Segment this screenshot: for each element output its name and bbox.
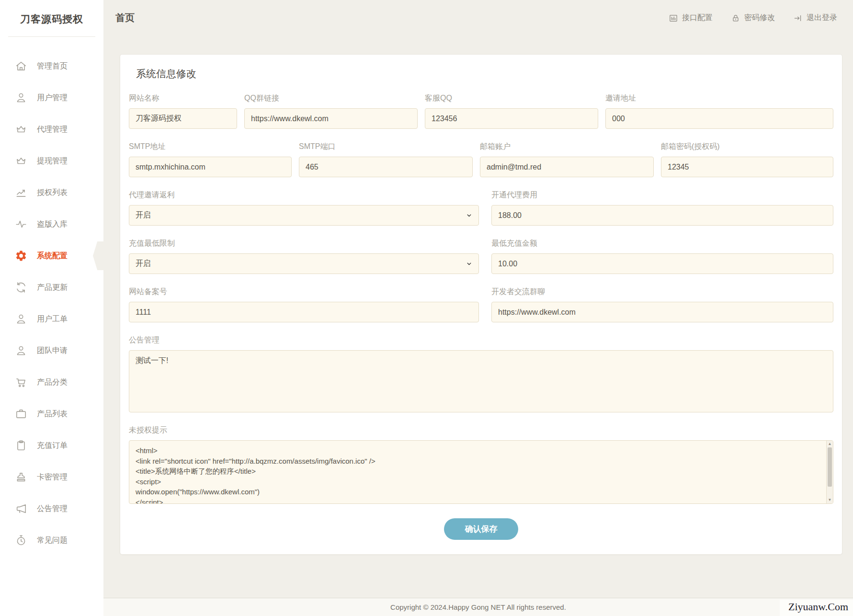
card-title: 系统信息修改 — [136, 67, 833, 80]
qq-group-link-input[interactable] — [244, 108, 418, 129]
site-icp-input[interactable] — [129, 302, 479, 322]
field-email-account: 邮箱账户 — [480, 142, 654, 177]
recharge-min-limit-select[interactable]: 开启 — [129, 253, 479, 274]
textarea-scrollbar[interactable]: ▲ ▼ — [826, 441, 833, 503]
field-min-recharge-amount: 最低充值金额 — [491, 239, 833, 274]
sidebar-item-label: 授权列表 — [37, 188, 68, 198]
field-agent-invite-rebate: 代理邀请返利 开启 — [129, 190, 479, 226]
sidebar-item-label: 提现管理 — [37, 156, 68, 166]
megaphone-icon — [15, 502, 27, 515]
cart-icon — [15, 376, 27, 388]
min-recharge-amount-input[interactable] — [491, 253, 833, 274]
developer-group-input[interactable] — [491, 302, 833, 322]
email-account-input[interactable] — [480, 157, 654, 177]
scroll-down-arrow[interactable]: ▼ — [827, 497, 833, 503]
min-recharge-amount-label: 最低充值金额 — [491, 239, 833, 249]
form-row-unauthorized: 未授权提示 <html> <link rel="shortcut icon" h… — [129, 425, 833, 504]
sidebar-item-product-category[interactable]: 产品分类 — [0, 366, 103, 398]
chart-box-icon — [669, 13, 678, 23]
chevron-down-icon — [466, 212, 472, 218]
form-row-1: 网站名称 QQ群链接 客服QQ 邀请地址 — [129, 93, 833, 129]
header-action-label: 接口配置 — [682, 13, 713, 23]
sidebar-item-label: 盗版入库 — [37, 219, 68, 229]
crown-icon — [15, 155, 27, 167]
field-developer-group: 开发者交流群聊 — [491, 287, 833, 322]
sidebar-item-user-tickets[interactable]: 用户工单 — [0, 303, 103, 335]
sidebar-item-label: 常见问题 — [37, 536, 68, 546]
agent-open-fee-label: 开通代理费用 — [491, 190, 833, 200]
logout-icon — [793, 13, 803, 23]
agent-invite-rebate-label: 代理邀请返利 — [129, 190, 479, 200]
form-row-2: SMTP地址 SMTP端口 邮箱账户 邮箱密码(授权码) — [129, 142, 833, 177]
sidebar-item-user-management[interactable]: 用户管理 — [0, 82, 103, 114]
sidebar-item-label: 充值订单 — [37, 441, 68, 451]
invite-address-label: 邀请地址 — [605, 93, 833, 103]
recharge-min-limit-label: 充值最低限制 — [129, 239, 479, 249]
page-title: 首页 — [115, 11, 135, 24]
watermark: Ziyuanw.Com — [780, 600, 853, 616]
qq-group-link-label: QQ群链接 — [244, 93, 418, 103]
sidebar-item-withdraw-management[interactable]: 提现管理 — [0, 145, 103, 177]
email-account-label: 邮箱账户 — [480, 142, 654, 152]
email-password-input[interactable] — [661, 157, 833, 177]
sidebar-item-label: 卡密管理 — [37, 472, 68, 482]
sidebar-item-announcement-management[interactable]: 公告管理 — [0, 493, 103, 525]
site-icp-label: 网站备案号 — [129, 287, 479, 297]
sidebar-item-label: 产品列表 — [37, 409, 68, 419]
announcement-label: 公告管理 — [129, 335, 833, 345]
header-action-password-change[interactable]: 密码修改 — [731, 13, 775, 23]
announcement-textarea[interactable]: 测试一下! — [129, 350, 833, 412]
field-agent-open-fee: 开通代理费用 — [491, 190, 833, 226]
active-item-notch — [93, 241, 103, 270]
sidebar-item-card-key-management[interactable]: 卡密管理 — [0, 461, 103, 493]
sidebar-item-product-update[interactable]: 产品更新 — [0, 272, 103, 303]
field-smtp-address: SMTP地址 — [129, 142, 292, 177]
agent-open-fee-input[interactable] — [491, 205, 833, 226]
smtp-port-input[interactable] — [299, 157, 473, 177]
header-action-logout[interactable]: 退出登录 — [793, 13, 837, 23]
scrollbar-thumb[interactable] — [828, 447, 832, 487]
sidebar-item-label: 系统配置 — [37, 251, 68, 261]
topbar: 首页 接口配置 密码修改 退出登录 — [103, 0, 853, 36]
sidebar-item-system-config[interactable]: 系统配置 — [0, 240, 103, 272]
lock-icon — [731, 13, 740, 23]
field-service-qq: 客服QQ — [425, 93, 598, 129]
sidebar-item-label: 公告管理 — [37, 504, 68, 514]
sidebar-item-pirate-entry[interactable]: 盗版入库 — [0, 208, 103, 240]
select-value: 开启 — [136, 259, 151, 269]
header-action-api-config[interactable]: 接口配置 — [669, 13, 713, 23]
button-row: 确认保存 — [129, 518, 833, 540]
sidebar-item-label: 管理首页 — [37, 61, 68, 71]
site-name-input[interactable] — [129, 108, 237, 129]
unauthorized-prompt-textarea[interactable]: <html> <link rel="shortcut icon" href="h… — [129, 440, 833, 504]
save-button[interactable]: 确认保存 — [444, 518, 518, 540]
smtp-address-input[interactable] — [129, 157, 292, 177]
refresh-icon — [15, 281, 27, 294]
sidebar-item-team-application[interactable]: 团队申请 — [0, 335, 103, 366]
form-row-3: 代理邀请返利 开启 开通代理费用 — [129, 190, 833, 226]
topbar-actions: 接口配置 密码修改 退出登录 — [669, 13, 837, 23]
smtp-address-label: SMTP地址 — [129, 142, 292, 152]
sidebar-item-product-list[interactable]: 产品列表 — [0, 398, 103, 430]
sidebar-item-faq[interactable]: 常见问题 — [0, 525, 103, 556]
field-recharge-min-limit: 充值最低限制 开启 — [129, 239, 479, 274]
chevron-down-icon — [466, 261, 472, 267]
service-qq-input[interactable] — [425, 108, 598, 129]
field-announcement: 公告管理 测试一下! — [129, 335, 833, 412]
gear-icon — [15, 250, 27, 262]
field-smtp-port: SMTP端口 — [299, 142, 473, 177]
sidebar-menu: 管理首页 用户管理 代理管理 提现管理 授权列表 盗版入库 系统配置 产品更新 … — [0, 37, 103, 556]
copyright-text: Copyright © 2024.Happy Gong NET All righ… — [390, 603, 566, 611]
sidebar-item-agent-management[interactable]: 代理管理 — [0, 114, 103, 145]
user-icon — [15, 91, 27, 104]
agent-invite-rebate-select[interactable]: 开启 — [129, 205, 479, 226]
user-icon — [15, 313, 27, 325]
form-row-announcement: 公告管理 测试一下! — [129, 335, 833, 412]
activity-icon — [15, 218, 27, 230]
sidebar-item-admin-home[interactable]: 管理首页 — [0, 50, 103, 82]
header-action-label: 退出登录 — [807, 13, 837, 23]
scroll-up-arrow[interactable]: ▲ — [827, 441, 833, 447]
invite-address-input[interactable] — [605, 108, 833, 129]
sidebar-item-authorization-list[interactable]: 授权列表 — [0, 177, 103, 208]
sidebar-item-recharge-orders[interactable]: 充值订单 — [0, 430, 103, 461]
